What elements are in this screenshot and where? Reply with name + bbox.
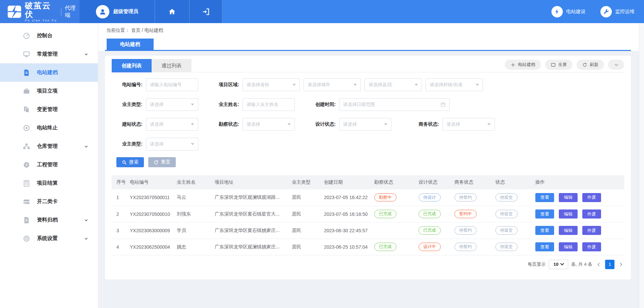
chevron-down-icon (614, 62, 619, 67)
filter-field-owner-type: 业主类型:请选择 (116, 98, 198, 111)
sidebar-item-data-archive[interactable]: 资料归档 (0, 211, 98, 229)
sidebar-item-project-initiation[interactable]: 项目立项 (0, 82, 98, 100)
created-cell: 2023-06-30 22:45:57 (321, 222, 372, 239)
sidebar-item-change-management[interactable]: 变更管理 (0, 100, 98, 119)
home-button[interactable] (155, 0, 190, 23)
chevron-down-icon (84, 52, 89, 57)
record-icon (23, 124, 30, 132)
view-button[interactable]: 查看 (535, 242, 554, 251)
status-badge: 待提交 (495, 210, 518, 218)
toolbar-fullscreen-button[interactable]: 全屏 (545, 60, 573, 70)
void-button[interactable]: 作废 (582, 226, 601, 235)
status-badge: 待提交 (495, 226, 518, 234)
sidebar-item-station-archive[interactable]: 电站建档 (0, 63, 98, 82)
build-status-select[interactable]: 请选择 (146, 118, 198, 131)
toolbar-create-station-button[interactable]: 电站建档 (505, 60, 541, 70)
view-button[interactable]: 查看 (535, 209, 554, 219)
sidebar-item-console[interactable]: 控制台 (0, 26, 98, 45)
breadcrumb-home[interactable]: 首页 (131, 27, 141, 33)
page-tab-station-archive[interactable]: 电站建档 (107, 39, 154, 50)
page-tab-bar: 电站建档 (105, 39, 631, 51)
page-1-button[interactable]: 1 (605, 260, 614, 269)
logout-icon (202, 8, 210, 16)
edit-button[interactable]: 编辑 (559, 193, 578, 202)
status-cell: 待提交 (493, 206, 533, 222)
address-cell: 广东深圳龙华区黄石镇星官大... (212, 206, 289, 222)
owner-name-input[interactable]: 请输入业主姓名 (243, 98, 295, 111)
business-status-select[interactable]: 请选择 (442, 118, 495, 131)
owner-type-select[interactable]: 请选择 (146, 98, 198, 111)
create-time-date-input[interactable]: 请选择日期范围 (339, 98, 450, 111)
tab-create-list[interactable]: 创建列表 (112, 59, 152, 72)
per-page-select[interactable]: 10 (549, 260, 568, 269)
filter-row: 建站状态:请选择勘察状态:请选择设计状态:请选择商务状态:请选择 (112, 118, 624, 131)
refresh-icon (582, 62, 587, 67)
owner-type-2-select[interactable]: 请选择 (146, 138, 198, 150)
logout-button[interactable] (190, 0, 222, 23)
column-header: 商务状态 (452, 175, 493, 189)
void-button[interactable]: 作废 (582, 209, 601, 219)
filter-field-project-region: 项目区域:请选择省份请选择城市请选择县/区请选择村镇/街道 (213, 78, 483, 91)
user-menu[interactable]: 超级管理员 (79, 0, 155, 23)
briefcase-icon (23, 87, 30, 95)
search-button[interactable]: 搜索 (116, 157, 144, 167)
project-region-select-4[interactable]: 请选择村镇/街道 (426, 78, 483, 91)
void-button[interactable]: 作废 (582, 242, 601, 251)
select-arrow-icon (292, 84, 296, 86)
status-cell: 待提交 (493, 189, 533, 206)
column-header: 业主姓名 (174, 175, 212, 189)
status-badge: 设计中 (419, 243, 441, 251)
tab-passed-list[interactable]: 通过列表 (152, 59, 192, 72)
void-button[interactable]: 作废 (582, 193, 601, 202)
view-button[interactable]: 查看 (535, 226, 554, 235)
filter-field-build-status: 建站状态:请选择 (116, 118, 198, 131)
filter-row: 电站编号:请输入电站编号项目区域:请选择省份请选择城市请选择县/区请选择村镇/街… (112, 78, 624, 91)
status-badge: 待提交 (495, 243, 518, 251)
design-status-cell: 设计中 (416, 239, 452, 255)
sidebar-item-project-settlement[interactable]: 项目结算 (0, 174, 98, 192)
toolbar-collapse-button[interactable] (608, 60, 624, 70)
owner-name-cell: 刘强东 (174, 206, 212, 222)
project-region-select-1[interactable]: 请选择省份 (243, 78, 300, 91)
prev-page-button[interactable] (595, 261, 602, 268)
fullscreen-icon (551, 62, 556, 67)
header-nav-monitoring-ops[interactable]: 监控运维 (600, 6, 635, 17)
list-tabs: 创建列表通过列表 (112, 59, 192, 72)
status-badge: 待提交 (495, 193, 518, 201)
brand-title: 破茧云伏 Po Jian Yun Fu (25, 1, 57, 22)
address-cell: 广东深圳龙华区黄石镇姚家庄... (212, 222, 289, 239)
project-region-select-3[interactable]: 请选择县/区 (365, 78, 422, 91)
panel-header: 创建列表通过列表 电站建档全屏刷新 (112, 59, 624, 72)
sidebar-item-station-termination[interactable]: 电站终止 (0, 119, 98, 137)
status-badge: 已完成 (374, 243, 396, 251)
sidebar-item-warehouse-management[interactable]: 仓库管理 (0, 137, 98, 156)
sidebar-item-general-management[interactable]: 常规管理 (0, 45, 98, 63)
survey-status-cell: 勘察中 (372, 189, 416, 206)
meter-icon (23, 161, 30, 169)
owner-type-cell: 居民 (289, 189, 321, 206)
filter-row: 业主类型:请选择业主姓名:请输入业主姓名创建时间:请选择日期范围 (112, 98, 624, 111)
edit-button[interactable]: 编辑 (559, 242, 578, 251)
breadcrumb: 当前位置： 首页 / 电站建档 (98, 27, 644, 39)
design-status-select[interactable]: 请选择 (339, 118, 391, 131)
edit-button[interactable]: 编辑 (559, 226, 578, 235)
toolbar-refresh-button[interactable]: 刷新 (577, 60, 604, 70)
sidebar-item-system-settings[interactable]: 系统设置 (0, 229, 98, 248)
project-region-select-2[interactable]: 请选择城市 (304, 78, 361, 91)
scrollbar-track[interactable] (639, 23, 644, 308)
edit-button[interactable]: 编辑 (559, 209, 578, 219)
total-count: 条, 共 4 条 (571, 261, 592, 267)
main-content: 当前位置： 首页 / 电站建档 电站建档 创建列表通过列表 电站建档全屏刷新 电… (98, 23, 644, 308)
reset-button[interactable]: 重置 (148, 157, 176, 167)
sidebar-item-engineering-management[interactable]: 工程管理 (0, 156, 98, 174)
table-wrap: 序号电站编号业主姓名项目地址业主类型创建日期勘察状态设计状态商务状态状态操作1Y… (112, 175, 624, 255)
sidebar-item-second-type-card[interactable]: 开二类卡 (0, 192, 98, 211)
header-nav-station-construction[interactable]: 电站建设 (551, 6, 586, 17)
station-code-input[interactable]: 请输入电站编号 (146, 78, 198, 91)
view-button[interactable]: 查看 (535, 193, 554, 202)
panel-toolbar: 电站建档全屏刷新 (505, 60, 624, 72)
survey-status-select[interactable]: 请选择 (243, 118, 295, 131)
column-header: 勘察状态 (372, 175, 416, 189)
gauge-icon (23, 32, 30, 40)
next-page-button[interactable] (618, 261, 624, 268)
